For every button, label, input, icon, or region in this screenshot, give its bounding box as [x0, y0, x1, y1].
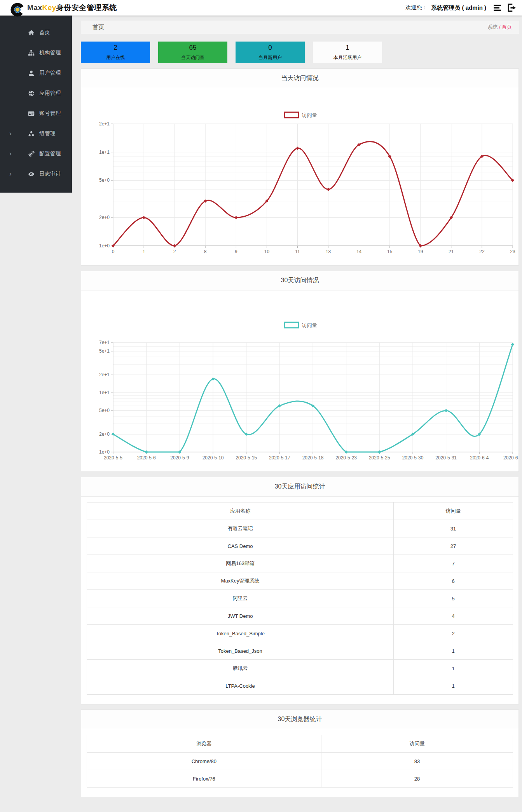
table-row: Token_Based_Json1 [87, 642, 513, 660]
table-cell: 1 [394, 642, 513, 660]
svg-text:2020-6-5: 2020-6-5 [503, 455, 519, 461]
sidebar-item-org[interactable]: 机构管理 [0, 43, 72, 63]
svg-text:1e+0: 1e+0 [99, 243, 110, 249]
svg-text:1: 1 [143, 249, 145, 254]
table-row: 有道云笔记31 [87, 520, 513, 537]
breadcrumb-separator: / [498, 24, 502, 30]
svg-text:1e+1: 1e+1 [99, 390, 110, 395]
table-cell: 阿里云 [87, 590, 394, 607]
svg-text:2020-6-4: 2020-6-4 [470, 455, 489, 461]
stat-card-4[interactable]: 1本月活跃用户 [313, 42, 382, 63]
table-row: CAS Demo27 [87, 537, 513, 555]
stat-card-3[interactable]: 0当月新用户 [236, 42, 305, 63]
app-visits-table: 应用名称访问量有道云笔记31CAS Demo27网易163邮箱7MaxKey管理… [87, 502, 513, 695]
svg-text:23: 23 [510, 249, 515, 254]
sidebar-item-config[interactable]: ›配置管理 [0, 144, 72, 164]
gears-icon [27, 151, 35, 157]
table-cell: Chrome/80 [87, 753, 321, 770]
sidebar-item-accounts[interactable]: 账号管理 [0, 103, 72, 123]
table-row: Chrome/8083 [87, 753, 513, 770]
svg-text:5e+1: 5e+1 [99, 348, 110, 354]
table-cell: 7 [394, 555, 513, 572]
eye-icon [27, 171, 35, 177]
table-cell: 31 [394, 520, 513, 537]
svg-text:访问量: 访问量 [302, 322, 317, 328]
breadcrumb-current[interactable]: 首页 [502, 24, 512, 30]
stat-value: 0 [236, 44, 305, 52]
svg-text:2020-5-17: 2020-5-17 [269, 455, 290, 461]
stat-value: 65 [158, 44, 227, 52]
svg-text:2e+1: 2e+1 [99, 372, 110, 377]
svg-text:访问量: 访问量 [302, 112, 317, 118]
table-row: LTPA-Cookie1 [87, 677, 513, 695]
panel-header: 当天访问情况 [81, 69, 519, 88]
table-row: Token_Based_Simple2 [87, 625, 513, 642]
logout-icon[interactable] [506, 3, 517, 13]
sidebar-item-label: 账号管理 [39, 110, 61, 117]
table-cell: 腾讯云 [87, 660, 394, 677]
browser-visits-table: 浏览器访问量Chrome/8083Firefox/7628 [87, 735, 513, 788]
svg-text:22: 22 [479, 249, 485, 254]
svg-text:2020-5-9: 2020-5-9 [170, 455, 189, 461]
svg-text:1e+0: 1e+0 [99, 449, 110, 455]
breadcrumb-root: 系统 [487, 24, 498, 30]
panel-browser-stats: 30天浏览器统计 浏览器访问量Chrome/8083Firefox/7628 [81, 709, 519, 797]
welcome-label: 欢迎您： [405, 4, 427, 11]
sidebar-item-apps[interactable]: 应用管理 [0, 83, 72, 103]
stat-label: 当天访问量 [158, 54, 227, 61]
stat-card-1[interactable]: 2用户在线 [81, 42, 150, 63]
app-title: MaxKey身份安全管理系统 [27, 3, 117, 13]
panel-header: 30天访问情况 [81, 271, 519, 290]
panel-header: 30天应用访问统计 [81, 477, 519, 497]
table-header-row: 应用名称访问量 [87, 503, 513, 520]
chevron-right-icon: › [9, 130, 27, 137]
table-row: Firefox/7628 [87, 770, 513, 788]
table-cell: 28 [321, 770, 513, 788]
stat-card-2[interactable]: 65当天访问量 [158, 42, 227, 63]
table-cell: 2 [394, 625, 513, 642]
app-stats-table-wrap: 应用名称访问量有道云笔记31CAS Demo27网易163邮箱7MaxKey管理… [81, 497, 519, 704]
browser-stats-table-wrap: 浏览器访问量Chrome/8083Firefox/7628 [81, 729, 519, 797]
sidebar-item-audit[interactable]: ›日志审计 [0, 164, 72, 184]
table-header-cell: 访问量 [321, 735, 513, 753]
page-title: 首页 [93, 24, 104, 31]
sidebar-item-users[interactable]: 用户管理 [0, 63, 72, 83]
chart-legend: 访问量 [285, 322, 317, 328]
stats-row: 2用户在线65当天访问量0当月新用户1本月活跃用户 [81, 42, 519, 63]
stat-label: 用户在线 [81, 54, 150, 61]
panel-app-stats: 30天应用访问统计 应用名称访问量有道云笔记31CAS Demo27网易163邮… [81, 477, 519, 704]
svg-text:1e+1: 1e+1 [99, 150, 110, 155]
svg-text:2e+0: 2e+0 [99, 215, 110, 220]
stat-label: 当月新用户 [236, 54, 305, 61]
table-header-row: 浏览器访问量 [87, 735, 513, 753]
svg-text:2020-5-18: 2020-5-18 [302, 455, 324, 461]
svg-text:7e+1: 7e+1 [99, 340, 110, 345]
sidebar-item-label: 日志审计 [39, 170, 61, 177]
table-cell: 网易163邮箱 [87, 555, 394, 572]
table-header-cell: 应用名称 [87, 503, 394, 520]
table-cell: 83 [321, 753, 513, 770]
sidebar-item-groups[interactable]: ›组管理 [0, 123, 72, 144]
chevron-right-icon: › [9, 150, 27, 158]
breadcrumb-trail: 系统 / 首页 [487, 24, 512, 31]
panel-title: 当天访问情况 [281, 74, 319, 82]
svg-text:10: 10 [264, 249, 270, 254]
table-cell: LTPA-Cookie [87, 677, 394, 695]
today-visits-line-chart: 2e+11e+15e+02e+01e+001289101113141519212… [81, 88, 519, 264]
session-list-icon[interactable] [492, 3, 503, 13]
globe-icon [27, 90, 35, 97]
svg-text:0: 0 [112, 249, 115, 254]
svg-text:2020-5-25: 2020-5-25 [369, 455, 390, 461]
table-row: 阿里云5 [87, 590, 513, 607]
table-row: 网易163邮箱7 [87, 555, 513, 572]
brand: MaxKey身份安全管理系统 [10, 0, 117, 17]
sidebar-item-label: 用户管理 [39, 70, 61, 77]
table-cell: 有道云笔记 [87, 520, 394, 537]
svg-text:11: 11 [295, 249, 300, 254]
svg-text:9: 9 [235, 249, 237, 254]
panel-title: 30天浏览器统计 [278, 715, 322, 723]
sidebar-item-home[interactable]: 首页 [0, 23, 72, 43]
table-row: 腾讯云1 [87, 660, 513, 677]
sidebar-item-label: 组管理 [39, 130, 56, 137]
chevron-right-icon: › [9, 170, 27, 178]
